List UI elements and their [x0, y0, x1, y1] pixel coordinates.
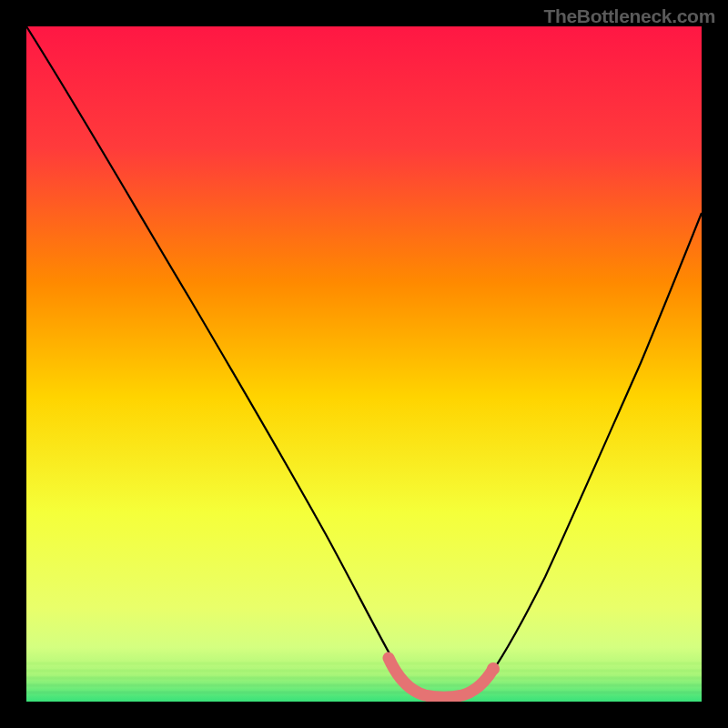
- optimal-range-end-dot: [487, 662, 500, 675]
- watermark-text: TheBottleneck.com: [543, 5, 715, 27]
- gradient-background: [26, 26, 702, 702]
- chart-plot-area: [26, 26, 702, 702]
- chart-svg: [26, 26, 702, 702]
